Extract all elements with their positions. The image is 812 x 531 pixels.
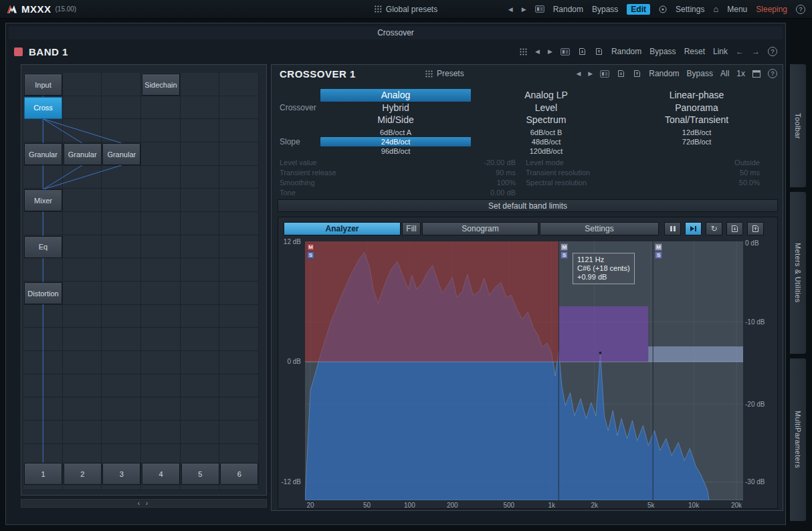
save-analysis-icon[interactable] [726, 222, 743, 235]
side-marker-badge[interactable]: S [307, 251, 314, 259]
save-icon[interactable] [578, 47, 587, 56]
prev-arrow-button[interactable]: ◀ [576, 70, 581, 77]
channels-all-button[interactable]: All [720, 69, 729, 78]
output-slot-3[interactable]: 3 [102, 463, 140, 485]
band-link-button[interactable]: Link [713, 47, 728, 56]
slope-72db[interactable]: 72dB/oct [621, 137, 772, 146]
output-slot-6[interactable]: 6 [220, 463, 258, 485]
tab-settings[interactable]: Settings [540, 222, 659, 235]
option-level[interactable]: Level [471, 102, 621, 114]
prev-arrow-button[interactable]: ◀ [535, 48, 540, 55]
matrix-scrollbar[interactable]: ‹ › [21, 499, 267, 508]
bypass-button[interactable]: Bypass [592, 5, 618, 14]
window-title: Crossover [9, 26, 783, 39]
node-distortion[interactable]: Distortion [24, 282, 62, 304]
crossover-random-button[interactable]: Random [649, 69, 679, 78]
normalize-button[interactable] [685, 222, 702, 235]
slope-48db[interactable]: 48dB/oct [471, 137, 621, 146]
node-input[interactable]: Input [24, 74, 62, 96]
node-granular-2[interactable]: Granular [64, 143, 102, 165]
option-mid-side[interactable]: Mid/Side [320, 114, 471, 126]
option-linear-phase[interactable]: Linear-phase [621, 89, 772, 102]
tab-analyzer[interactable]: Analyzer [284, 222, 401, 235]
option-analog[interactable]: Analog [320, 89, 471, 102]
load-icon[interactable] [595, 47, 603, 56]
next-preset-button[interactable]: ▶ [522, 6, 526, 13]
ab-compare-icon[interactable] [600, 70, 609, 78]
option-hybrid[interactable]: Hybrid [320, 102, 471, 114]
next-arrow-button[interactable]: ▶ [588, 70, 593, 77]
ab-compare-icon[interactable] [535, 5, 544, 13]
slope-6db-b[interactable]: 6dB/oct B [471, 128, 621, 137]
edit-button[interactable]: Edit [627, 4, 650, 15]
slope-12db[interactable]: 12dB/oct [621, 128, 772, 137]
routing-matrix-panel: Input Sidechain Cross Granular Granular … [21, 64, 267, 496]
param-transient-release: Transient release90 ms [280, 169, 516, 177]
crossover-help-icon[interactable]: ? [768, 69, 777, 78]
reset-loop-button[interactable]: ↻ [706, 222, 722, 235]
sleeping-indicator[interactable]: Sleeping [756, 5, 787, 14]
slope-96db[interactable]: 96dB/oct [320, 146, 471, 156]
option-panorama[interactable]: Panorama [621, 102, 772, 114]
load-analysis-icon[interactable] [747, 222, 764, 235]
param-label: Transient resolution [526, 169, 590, 177]
side-tab-meters-utilities[interactable]: Meters & Utilities [790, 191, 807, 354]
option-analog-lp[interactable]: Analog LP [471, 89, 621, 102]
routing-grid[interactable]: Input Sidechain Cross Granular Granular … [23, 73, 259, 490]
random-button[interactable]: Random [553, 5, 583, 14]
crossover-bypass-button[interactable]: Bypass [687, 69, 713, 78]
band-bypass-button[interactable]: Bypass [649, 47, 676, 56]
presets-button[interactable]: Presets [425, 69, 464, 78]
side-marker-badge[interactable]: S [655, 251, 662, 259]
analyzer-toolbar: Analyzer Fill Sonogram Settings ↻ [284, 222, 764, 235]
side-marker-badge[interactable]: S [561, 251, 568, 259]
side-tab-multiparameters[interactable]: MultiParameters [790, 358, 807, 522]
side-tab-toolbar[interactable]: Toolbar [790, 64, 807, 188]
global-presets-button[interactable]: Global presets [375, 5, 437, 14]
save-icon[interactable] [617, 70, 625, 78]
node-sidechain[interactable]: Sidechain [142, 74, 180, 96]
band-color-swatch[interactable] [14, 47, 23, 56]
spectrum-graph[interactable]: MSMSMS 1121 Hz C#6 (+18 cents) +0.99 dB [305, 241, 743, 500]
mid-marker-badge[interactable]: M [561, 243, 568, 251]
node-cross[interactable]: Cross [24, 97, 62, 119]
prev-preset-button[interactable]: ◀ [508, 6, 513, 13]
option-tonal-transient[interactable]: Tonal/Transient [621, 114, 772, 126]
node-granular-3[interactable]: Granular [102, 143, 140, 165]
output-slot-4[interactable]: 4 [142, 463, 180, 485]
undo-arrow-icon[interactable]: ← [736, 47, 744, 56]
output-slot-5[interactable]: 5 [181, 463, 219, 485]
set-default-band-limits-button[interactable]: Set default band limits [278, 199, 778, 212]
next-arrow-button[interactable]: ▶ [548, 48, 552, 55]
slope-120db[interactable]: 120dB/oct [471, 146, 621, 156]
slope-24db[interactable]: 24dB/oct [320, 137, 471, 146]
ab-compare-icon[interactable] [561, 48, 570, 56]
tab-fill[interactable]: Fill [402, 222, 421, 235]
settings-button[interactable]: Settings [676, 5, 704, 14]
slope-6db-a[interactable]: 6dB/oct A [320, 128, 471, 137]
oversampling-button[interactable]: 1x [736, 69, 745, 78]
help-icon[interactable]: ? [796, 5, 805, 14]
node-eq[interactable]: Eq [24, 236, 62, 258]
output-slot-2[interactable]: 2 [64, 463, 102, 485]
x-tick-label: 2k [587, 502, 603, 509]
info-circle-icon[interactable] [659, 5, 667, 13]
redo-arrow-icon[interactable]: → [752, 47, 760, 56]
tab-sonogram[interactable]: Sonogram [422, 222, 538, 235]
band-help-icon[interactable]: ? [768, 47, 777, 56]
band-random-button[interactable]: Random [611, 47, 641, 56]
home-icon[interactable]: ⌂ [713, 4, 718, 14]
grid-icon[interactable] [520, 48, 527, 56]
mid-marker-badge[interactable]: M [307, 243, 314, 251]
band-reset-button[interactable]: Reset [684, 47, 705, 56]
menu-button[interactable]: Menu [727, 5, 747, 14]
mid-marker-badge[interactable]: M [655, 243, 662, 251]
titlebar-controls: ◀ ▶ Random Bypass Edit Settings ⌂ Menu S… [508, 4, 805, 15]
detach-window-icon[interactable] [752, 70, 760, 78]
output-slot-1[interactable]: 1 [24, 463, 62, 485]
load-icon[interactable] [633, 70, 641, 78]
pause-button[interactable] [664, 222, 681, 235]
node-granular-1[interactable]: Granular [24, 143, 62, 165]
node-mixer[interactable]: Mixer [24, 189, 62, 211]
option-spectrum[interactable]: Spectrum [471, 114, 621, 126]
